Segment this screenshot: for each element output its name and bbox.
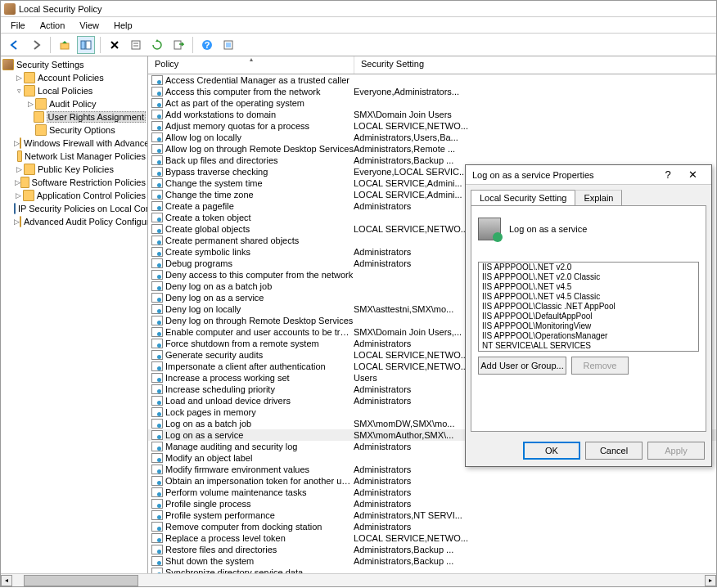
dialog-title-bar[interactable]: Log on as a service Properties ? ✕	[466, 165, 711, 185]
policy-row[interactable]: Access Credential Manager as a trusted c…	[148, 74, 716, 86]
policy-row[interactable]: Add workstations to domainSMX\Domain Joi…	[148, 109, 716, 120]
menu-view[interactable]: View	[73, 19, 106, 32]
principal-item[interactable]: IIS APPPOOL\DefaultAppPool	[479, 312, 698, 321]
remove-button[interactable]: Remove	[571, 357, 629, 375]
horizontal-scrollbar[interactable]: ◂ ▸	[1, 573, 716, 586]
policy-item-icon	[151, 465, 163, 474]
svg-rect-2	[86, 41, 91, 49]
principal-item[interactable]: NT SERVICE\MSOLAP$INSTANCE1	[479, 351, 698, 352]
tab-explain[interactable]: Explain	[575, 190, 622, 205]
policy-item-icon	[151, 545, 163, 554]
tree-pane[interactable]: Security Settings ▷Account Policies▿Loca…	[1, 56, 148, 573]
policy-row[interactable]: Remove computer from docking stationAdmi…	[148, 521, 716, 532]
policy-row[interactable]: Act as part of the operating system	[148, 97, 716, 109]
menu-action[interactable]: Action	[34, 19, 72, 32]
export-button[interactable]	[169, 36, 187, 54]
apply-button[interactable]: Apply	[647, 442, 705, 460]
scroll-right-icon[interactable]: ▸	[705, 575, 716, 586]
toolbar-separator	[50, 37, 51, 53]
principal-item[interactable]: IIS APPPOOL\.NET v4.5	[479, 282, 698, 292]
principal-item[interactable]: IIS APPPOOL\OperationsManager	[479, 331, 698, 341]
scroll-thumb[interactable]	[24, 575, 138, 586]
tree-root[interactable]: Security Settings	[1, 58, 147, 71]
back-button[interactable]	[6, 36, 24, 54]
expand-icon[interactable]: ▷	[25, 99, 35, 109]
refresh-button[interactable]	[148, 36, 166, 54]
dialog-footer: OK Cancel Apply	[466, 437, 711, 466]
dialog-help-button[interactable]: ?	[656, 168, 680, 181]
policy-row[interactable]: Adjust memory quotas for a processLOCAL …	[148, 120, 716, 132]
policy-item-icon	[151, 293, 163, 303]
expand-icon[interactable]: ▷	[14, 73, 24, 83]
folder-icon	[23, 190, 34, 201]
expand-icon[interactable]: ▷	[14, 191, 23, 200]
svg-rect-3	[132, 41, 140, 49]
tab-local-security-setting[interactable]: Local Security Setting	[471, 190, 575, 205]
tree-item[interactable]: Security Options	[1, 123, 147, 137]
help-button[interactable]: ?	[198, 36, 216, 54]
ok-button[interactable]: OK	[523, 442, 580, 460]
principal-item[interactable]: IIS APPPOOL\.NET v2.0 Classic	[479, 272, 698, 282]
dialog-close-button[interactable]: ✕	[680, 168, 705, 181]
forward-button[interactable]	[27, 36, 45, 54]
tree-item[interactable]: ▿Local Policies	[1, 84, 147, 97]
tree-item[interactable]: IP Security Policies on Local Compute	[1, 202, 147, 215]
tree-item[interactable]: ▷Advanced Audit Policy Configuration	[1, 215, 147, 228]
cancel-button[interactable]: Cancel	[585, 442, 643, 460]
policy-row[interactable]: Perform volume maintenance tasksAdminist…	[148, 487, 716, 498]
menu-file[interactable]: File	[4, 19, 32, 32]
tree-item[interactable]: ▷Software Restriction Policies	[1, 176, 147, 189]
principals-listbox[interactable]: IIS APPPOOL\.NET v2.0IIS APPPOOL\.NET v2…	[478, 262, 699, 352]
tree-item[interactable]: User Rights Assignment	[1, 110, 147, 123]
policy-row[interactable]: Restore files and directoriesAdministrat…	[148, 544, 716, 555]
manage-button[interactable]	[219, 36, 237, 54]
policy-row[interactable]: Allow log on through Remote Desktop Serv…	[148, 143, 716, 155]
collapse-icon[interactable]: ▿	[14, 86, 24, 96]
policy-name: Modify an object label	[165, 453, 354, 463]
show-tree-button[interactable]	[77, 36, 95, 54]
principal-item[interactable]: IIS APPPOOL\.NET v2.0	[479, 263, 698, 272]
policy-row[interactable]: Shut down the systemAdministrators,Backu…	[148, 555, 716, 567]
policy-item-icon	[151, 87, 163, 97]
policy-name-label: Log on as a service	[509, 224, 587, 234]
column-setting[interactable]: Security Setting	[354, 56, 716, 74]
policy-name: Deny access to this computer from the ne…	[165, 270, 354, 280]
up-button[interactable]	[56, 36, 74, 54]
policy-item-icon	[151, 407, 163, 417]
policy-row[interactable]: Obtain an impersonation token for anothe…	[148, 475, 716, 487]
properties-button[interactable]	[127, 36, 145, 54]
tree-item[interactable]: ▷Windows Firewall with Advanced Sec	[1, 137, 147, 150]
policy-row[interactable]: Synchronize directory service data	[148, 567, 716, 573]
scroll-left-icon[interactable]: ◂	[1, 575, 12, 586]
column-policy[interactable]: Policy ▴	[148, 56, 354, 74]
policy-row[interactable]: Access this computer from the networkEve…	[148, 86, 716, 97]
expand-icon[interactable]: ▷	[14, 164, 24, 174]
add-user-group-button[interactable]: Add User or Group...	[478, 357, 566, 375]
policy-item-icon	[151, 419, 163, 429]
expand-icon[interactable]: ▷	[14, 177, 20, 187]
tree-item[interactable]: ▷Account Policies	[1, 71, 147, 84]
policy-row[interactable]: Replace a process level tokenLOCAL SERVI…	[148, 532, 716, 544]
policy-item-icon	[151, 304, 163, 314]
policy-row[interactable]: Profile system performanceAdministrators…	[148, 509, 716, 521]
tree-item[interactable]: ▷Public Key Policies	[1, 163, 147, 176]
menu-help[interactable]: Help	[107, 19, 139, 32]
policy-row[interactable]: Allow log on locallyAdministrators,Users…	[148, 132, 716, 143]
principal-item[interactable]: NT SERVICE\ALL SERVICES	[479, 341, 698, 351]
policy-item-icon	[151, 442, 163, 451]
principal-item[interactable]: IIS APPPOOL\.NET v4.5 Classic	[479, 292, 698, 302]
tree-item[interactable]: ▷Audit Policy	[1, 97, 147, 110]
tree-item-label: Windows Firewall with Advanced Sec	[24, 138, 148, 148]
expand-icon[interactable]: ▷	[14, 138, 20, 148]
expand-icon[interactable]: ▷	[14, 217, 20, 227]
tree-item-label: Public Key Policies	[38, 164, 114, 174]
tree-item[interactable]: ▷Application Control Policies	[1, 189, 147, 202]
delete-button[interactable]	[106, 36, 124, 54]
principal-item[interactable]: IIS APPPOOL\MonitoringView	[479, 321, 698, 331]
tree-item[interactable]: Network List Manager Policies	[1, 150, 147, 163]
policy-row[interactable]: Profile single processAdministrators	[148, 498, 716, 509]
svg-text:?: ?	[205, 40, 210, 50]
principal-item[interactable]: IIS APPPOOL\Classic .NET AppPool	[479, 302, 698, 312]
policy-name: Load and unload device drivers	[165, 396, 354, 406]
policy-item-icon	[151, 384, 163, 394]
